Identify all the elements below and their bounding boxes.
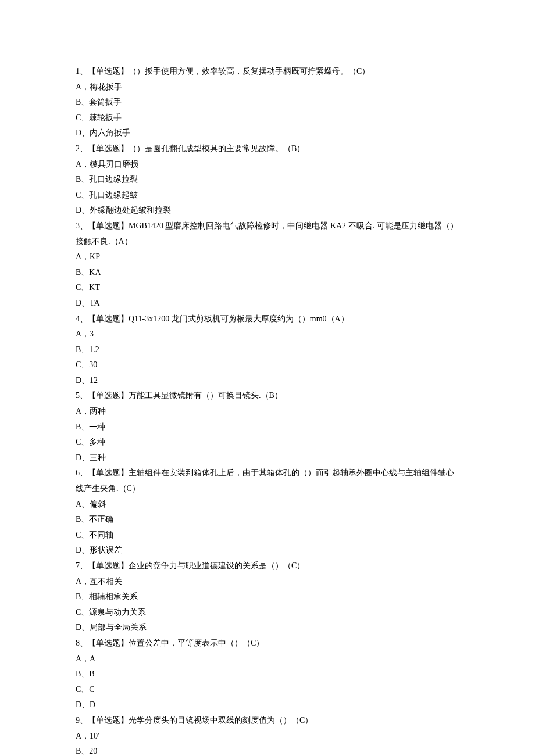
option-a: A，10' [76, 729, 459, 744]
option-a: A，梅花扳手 [76, 80, 459, 95]
option-d: D、TA [76, 296, 459, 311]
question-prompt: 7、【单选题】企业的竞争力与职业道德建设的关系是（）（C） [76, 558, 459, 574]
option-c: C、30 [76, 357, 459, 373]
question-prompt: 3、【单选题】MGB1420 型磨床控制回路电气故障检修时，中间继电器 KA2 … [76, 218, 459, 249]
option-d: D、三种 [76, 450, 459, 466]
option-a: A、偏斜 [76, 497, 459, 513]
document-content: 1、【单选题】（）扳手使用方便，效率较高，反复摆动手柄既可拧紧螺母。（C） A，… [76, 64, 459, 756]
question-block-1: 1、【单选题】（）扳手使用方便，效率较高，反复摆动手柄既可拧紧螺母。（C） A，… [76, 64, 459, 141]
option-a: A，两种 [76, 404, 459, 420]
question-block-2: 2、【单选题】（）是圆孔翻孔成型模具的主要常见故障。（B） A，模具刃口磨损 B… [76, 141, 459, 218]
question-prompt: 2、【单选题】（）是圆孔翻孔成型模具的主要常见故障。（B） [76, 141, 459, 157]
option-d: D、内六角扳手 [76, 126, 459, 141]
question-prompt: 1、【单选题】（）扳手使用方便，效率较高，反复摆动手柄既可拧紧螺母。（C） [76, 64, 459, 80]
option-b: B、套筒扳手 [76, 95, 459, 110]
option-a: A，3 [76, 327, 459, 342]
option-d: D、D [76, 697, 459, 713]
option-b: B、孔口边缘拉裂 [76, 172, 459, 188]
option-b: B、相辅相承关系 [76, 589, 459, 605]
question-block-5: 5、【单选题】万能工具显微镜附有（）可换目镜头.（B） A，两种 B、一种 C、… [76, 388, 459, 465]
option-a: A，KP [76, 249, 459, 265]
question-block-3: 3、【单选题】MGB1420 型磨床控制回路电气故障检修时，中间继电器 KA2 … [76, 218, 459, 311]
option-c: C、KT [76, 280, 459, 296]
option-c: C、不同轴 [76, 528, 459, 543]
question-block-8: 8、【单选题】位置公差中，平等度表示中（）（C） A，A B、B C、C D、D [76, 636, 459, 713]
option-c: C、孔口边缘起皱 [76, 188, 459, 203]
option-c: C、源泉与动力关系 [76, 605, 459, 621]
option-b: B、KA [76, 265, 459, 281]
option-b: B、1.2 [76, 342, 459, 358]
option-a: A，互不相关 [76, 574, 459, 590]
option-a: A，A [76, 651, 459, 667]
option-d: D、12 [76, 373, 459, 389]
option-d: D、形状误差 [76, 543, 459, 558]
question-prompt: 5、【单选题】万能工具显微镜附有（）可换目镜头.（B） [76, 388, 459, 404]
question-prompt: 8、【单选题】位置公差中，平等度表示中（）（C） [76, 636, 459, 651]
option-b: B、不正确 [76, 512, 459, 528]
option-b: B、20' [76, 744, 459, 756]
question-block-6: 6、【单选题】主轴组件在安装到箱体孔上后，由于其箱体孔的（）而引起轴承外圈中心线… [76, 465, 459, 558]
question-block-4: 4、【单选题】Q11-3x1200 龙门式剪板机可剪板最大厚度约为（）mm0（A… [76, 311, 459, 389]
option-a: A，模具刃口磨损 [76, 157, 459, 173]
question-prompt: 6、【单选题】主轴组件在安装到箱体孔上后，由于其箱体孔的（）而引起轴承外圈中心线… [76, 465, 459, 496]
option-c: C、C [76, 682, 459, 698]
option-c: C、棘轮扳手 [76, 110, 459, 126]
option-c: C、多种 [76, 435, 459, 450]
question-block-9: 9、【单选题】光学分度头的目镜视场中双线的刻度值为（）（C） A，10' B、2… [76, 713, 459, 756]
option-b: B、一种 [76, 420, 459, 435]
question-prompt: 4、【单选题】Q11-3x1200 龙门式剪板机可剪板最大厚度约为（）mm0（A… [76, 311, 459, 327]
question-prompt: 9、【单选题】光学分度头的目镜视场中双线的刻度值为（）（C） [76, 713, 459, 729]
option-b: B、B [76, 667, 459, 682]
option-d: D、外缘翻边处起皱和拉裂 [76, 203, 459, 218]
option-d: D、局部与全局关系 [76, 620, 459, 636]
question-block-7: 7、【单选题】企业的竞争力与职业道德建设的关系是（）（C） A，互不相关 B、相… [76, 558, 459, 636]
